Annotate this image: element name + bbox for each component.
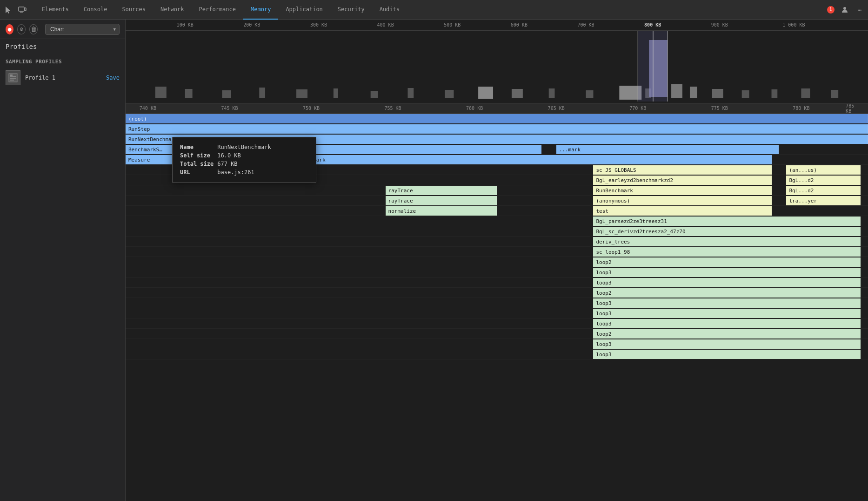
- flame-row-loop3g: loop3: [126, 349, 868, 359]
- svg-rect-9: [155, 87, 167, 98]
- flame-anonymous[interactable]: (anonymous): [593, 196, 771, 205]
- svg-rect-12: [259, 88, 265, 98]
- more-icon[interactable]: ⋯: [855, 5, 864, 14]
- tooltip-totalsize-value: 677 KB: [217, 160, 275, 168]
- tab-elements[interactable]: Elements: [34, 0, 76, 20]
- flame-root[interactable]: (root): [126, 114, 868, 123]
- svg-rect-17: [445, 90, 454, 98]
- kb-755: 755 KB: [384, 106, 401, 111]
- tab-console[interactable]: Console: [76, 0, 115, 20]
- flame-jsglobals[interactable]: sc_JS_GLOBALS: [593, 165, 771, 175]
- svg-rect-30: [801, 88, 810, 98]
- record-button[interactable]: ●: [6, 24, 13, 34]
- flame-row-loop3a: loop3: [126, 267, 868, 278]
- profile-item[interactable]: Profile 1 Save: [0, 68, 125, 88]
- flame-runbenchmark[interactable]: RunBenchmark: [593, 186, 771, 195]
- svg-rect-8: [10, 74, 13, 76]
- flame-mark[interactable]: ...mark: [556, 145, 779, 154]
- device-icon[interactable]: [18, 5, 27, 14]
- flame-raytrace1[interactable]: rayTrace: [386, 186, 497, 195]
- tab-audits[interactable]: Audits: [372, 0, 407, 20]
- tab-bar: Elements Console Sources Network Perform…: [0, 0, 868, 20]
- flame-row-loop3f: loop3: [126, 339, 868, 349]
- kb-785: 785 KB: [846, 103, 861, 114]
- tab-application[interactable]: Application: [278, 0, 330, 20]
- tab-memory[interactable]: Memory: [243, 0, 278, 20]
- profile-name: Profile 1: [25, 74, 101, 81]
- ruler-line: [653, 31, 654, 102]
- flame-loop2b[interactable]: loop2: [593, 288, 861, 298]
- svg-rect-1: [25, 8, 26, 11]
- flame-test[interactable]: test: [593, 206, 771, 216]
- flame-loop3f[interactable]: loop3: [593, 339, 861, 349]
- flame-scloop[interactable]: sc_loop1_98: [593, 247, 861, 257]
- flame-anus[interactable]: (an...us): [786, 165, 861, 175]
- svg-rect-21: [586, 90, 594, 98]
- svg-rect-15: [371, 91, 378, 98]
- flame-loop3a[interactable]: loop3: [593, 268, 861, 277]
- main-content: 100 KB 200 KB 300 KB 400 KB 500 KB 600 K…: [126, 20, 868, 501]
- tooltip-totalsize-label: Total size: [180, 160, 217, 168]
- flame-row-bglparse: BgL_parsezd2ze3treesz31: [126, 216, 868, 226]
- clear-button[interactable]: 🗑: [29, 24, 38, 34]
- tooltip-name-value: RunNextBenchmark: [217, 143, 275, 151]
- flame-loop3b[interactable]: loop3: [593, 278, 861, 287]
- flame-loop3g[interactable]: loop3: [593, 350, 861, 359]
- flame-chart[interactable]: 740 KB 745 KB 750 KB 755 KB 760 KB 765 K…: [126, 103, 868, 501]
- flame-loop3e[interactable]: loop3: [593, 319, 861, 328]
- flame-rows: (root) RunStep RunNextBenchmark: [126, 114, 868, 440]
- svg-point-3: [843, 7, 846, 10]
- scale-700kb: 700 KB: [577, 22, 594, 27]
- flame-derivtrees[interactable]: deriv_trees: [593, 237, 861, 246]
- devtools-icons: [4, 5, 27, 14]
- flame-loop2c[interactable]: loop2: [593, 329, 861, 339]
- flame-bglscderiv[interactable]: BgL_sc_derivzd2treesza2_47z70: [593, 227, 861, 236]
- flame-loop3c[interactable]: loop3: [593, 298, 861, 308]
- sidebar-toolbar: ● ⊘ 🗑 Chart: [0, 20, 125, 39]
- flame-loop2a[interactable]: loop2: [593, 257, 861, 267]
- flame-bglparse[interactable]: BgL_parsezd2ze3treesz31: [593, 217, 861, 226]
- flame-runsinglebenchmark[interactable]: ...e.RunSingleBenchmark: [252, 155, 771, 164]
- flame-row-loop3c: loop3: [126, 298, 868, 308]
- flame-loop3d[interactable]: loop3: [593, 309, 861, 318]
- flame-row-scloop: sc_loop1_98: [126, 247, 868, 257]
- flame-bglearley[interactable]: BgL_earleyzd2benchmarkzd2: [593, 176, 771, 185]
- scale-900kb: 900 KB: [711, 22, 728, 27]
- scale-100kb: 100 KB: [177, 22, 194, 27]
- tooltip-table: Name RunNextBenchmark Self size 16.0 KB …: [180, 143, 275, 176]
- tab-security[interactable]: Security: [330, 0, 372, 20]
- stop-button[interactable]: ⊘: [17, 24, 26, 34]
- user-icon[interactable]: [840, 5, 849, 14]
- scale-500kb: 500 KB: [444, 22, 461, 27]
- flame-row-loop3e: loop3: [126, 318, 868, 329]
- cursor-icon[interactable]: [4, 5, 13, 14]
- flame-runstep[interactable]: RunStep: [126, 124, 868, 134]
- flame-bgld2b[interactable]: BgL...d2: [786, 186, 861, 195]
- tooltip-name-label: Name: [180, 143, 217, 151]
- tab-network[interactable]: Network: [153, 0, 192, 20]
- chart-dropdown[interactable]: Chart: [45, 24, 120, 35]
- tab-performance[interactable]: Performance: [192, 0, 243, 20]
- flame-trayer[interactable]: tra...yer: [786, 196, 861, 205]
- flame-normalize[interactable]: normalize: [386, 206, 497, 216]
- profile-icon: [6, 70, 20, 85]
- chart-area: 100 KB 200 KB 300 KB 400 KB 500 KB 600 K…: [126, 20, 868, 103]
- tab-sources[interactable]: Sources: [114, 0, 153, 20]
- flame-bgld2a[interactable]: BgL...d2: [786, 176, 861, 185]
- kb-770: 770 KB: [629, 106, 646, 111]
- flame-row-raytrace1: rayTrace RunBenchmark BgL...d2: [126, 185, 868, 196]
- svg-rect-18: [478, 87, 493, 99]
- kb-765: 765 KB: [548, 106, 565, 111]
- error-badge[interactable]: 1: [827, 6, 835, 14]
- chart-svg: [126, 31, 868, 102]
- scale-300kb: 300 KB: [310, 22, 327, 27]
- save-link[interactable]: Save: [106, 74, 120, 81]
- flame-row-root: (root): [126, 114, 868, 124]
- scale-600kb: 600 KB: [511, 22, 527, 27]
- flame-row-loop2a: loop2: [126, 257, 868, 267]
- scale-400kb: 400 KB: [377, 22, 394, 27]
- scale-1000kb: 1 000 KB: [782, 22, 805, 27]
- flame-row-bglscderiv: BgL_sc_derivzd2treesza2_47z70: [126, 226, 868, 237]
- flame-raytrace2[interactable]: rayTrace: [386, 196, 497, 205]
- tooltip-url-label: URL: [180, 168, 217, 176]
